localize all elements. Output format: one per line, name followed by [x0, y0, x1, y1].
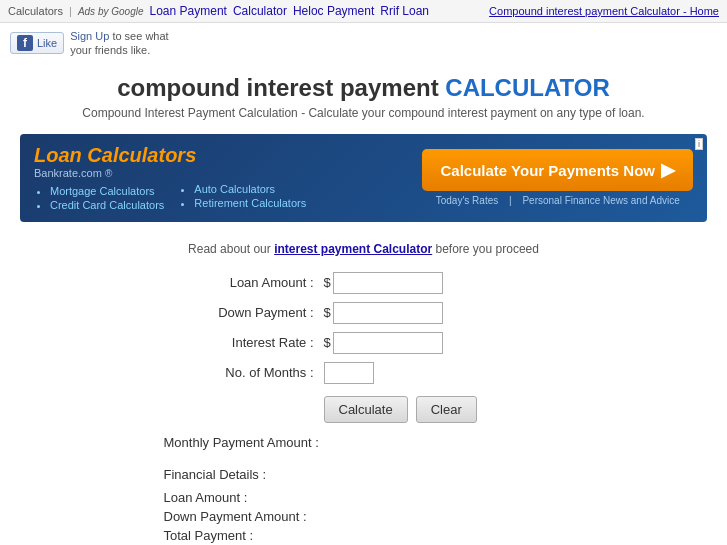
ad-cta-button[interactable]: Calculate Your Payments Now ▶ — [422, 149, 693, 191]
nav-link-rrif[interactable]: Rrif Loan — [380, 4, 429, 18]
loan-amount-input[interactable] — [333, 272, 443, 294]
nav-link-heloc[interactable]: Heloc Payment — [293, 4, 374, 18]
interest-rate-label: Interest Rate : — [164, 335, 324, 350]
loan-amount-currency: $ — [324, 275, 331, 290]
nav-link-loan-payment[interactable]: Loan Payment — [150, 4, 227, 18]
monthly-payment-label: Monthly Payment Amount : — [164, 435, 384, 450]
loan-amount-label: Loan Amount : — [164, 275, 324, 290]
title-part1: compound interest payment — [117, 74, 445, 101]
down-payment-row: Down Payment : $ — [164, 302, 564, 324]
interest-rate-input[interactable] — [333, 332, 443, 354]
nav-home-link[interactable]: Compound interest payment Calculator - H… — [489, 5, 719, 17]
interest-rate-currency: $ — [324, 335, 331, 350]
fb-like-section: f Like Sign Up to see what your friends … — [10, 29, 190, 58]
page-title: compound interest payment CALCULATOR — [20, 74, 707, 102]
months-input[interactable] — [324, 362, 374, 384]
ad-sub-line2: Personal Finance News and Advice — [522, 195, 679, 206]
down-payment-currency: $ — [324, 305, 331, 320]
ad-brand: Bankrate.com ® — [34, 167, 309, 179]
ad-sub-sep: | — [509, 195, 512, 206]
fd-down-payment-label: Down Payment Amount : — [164, 509, 384, 524]
title-part2: CALCULATOR — [445, 74, 609, 101]
calc-info-text: Read about our interest payment Calculat… — [30, 242, 697, 256]
section-divider — [164, 458, 564, 459]
fd-down-payment-row: Down Payment Amount : — [164, 509, 564, 524]
ad-banner-right: Calculate Your Payments Now ▶ Today's Ra… — [422, 149, 693, 206]
financial-details-header-row: Financial Details : — [164, 467, 564, 486]
btn-row: Calculate Clear — [164, 396, 564, 423]
financial-details-label: Financial Details : — [164, 467, 267, 482]
ad-link-retirement: Retirement Calculators — [194, 197, 308, 209]
clear-button[interactable]: Clear — [416, 396, 477, 423]
calc-info-link[interactable]: interest payment Calculator — [274, 242, 432, 256]
fd-total-payment-row: Total Payment : — [164, 528, 564, 543]
ad-tag: i — [695, 138, 703, 150]
main-header: compound interest payment CALCULATOR Com… — [0, 64, 727, 124]
ad-banner: Loan Calculators Bankrate.com ® Mortgage… — [20, 134, 707, 222]
ad-sub-line1: Today's Rates — [436, 195, 499, 206]
ad-banner-left: Loan Calculators Bankrate.com ® Mortgage… — [34, 144, 309, 212]
calc-form: Loan Amount : $ Down Payment : $ Interes… — [164, 272, 564, 545]
nav-home-link-container: Compound interest payment Calculator - H… — [489, 4, 719, 18]
loan-amount-row: Loan Amount : $ — [164, 272, 564, 294]
ad-link-mortgage: Mortgage Calculators — [50, 185, 164, 197]
monthly-payment-row: Monthly Payment Amount : — [164, 435, 564, 450]
ad-title-italic: Calculators — [87, 144, 196, 166]
months-label: No. of Months : — [164, 365, 324, 380]
fb-signup-text: Sign Up to see what your friends like. — [70, 29, 190, 58]
ad-sub-links: Today's Rates | Personal Finance News an… — [432, 195, 684, 206]
interest-rate-row: Interest Rate : $ — [164, 332, 564, 354]
calc-info-after: before you proceed — [432, 242, 539, 256]
nav-separator: | — [69, 5, 72, 17]
calc-info-before: Read about our — [188, 242, 274, 256]
fb-like-label: Like — [37, 37, 57, 49]
ad-link-auto: Auto Calculators — [194, 183, 308, 195]
fb-like-button[interactable]: f Like — [10, 32, 64, 54]
down-payment-input[interactable] — [333, 302, 443, 324]
top-nav: Calculators | Ads by Google Loan Payment… — [0, 0, 727, 23]
ad-title: Loan Calculators — [34, 144, 309, 167]
fb-bar: f Like Sign Up to see what your friends … — [0, 23, 727, 64]
fd-total-payment-label: Total Payment : — [164, 528, 384, 543]
calc-section: Read about our interest payment Calculat… — [0, 232, 727, 545]
ad-cta-label: Calculate Your Payments Now — [440, 162, 655, 179]
ad-links: Mortgage Calculators Credit Card Calcula… — [34, 183, 309, 212]
fd-loan-amount-row: Loan Amount : — [164, 490, 564, 505]
nav-ad-label: Ads by Google — [78, 6, 144, 17]
down-payment-label: Down Payment : — [164, 305, 324, 320]
page-subtitle: Compound Interest Payment Calculation - … — [20, 106, 707, 120]
fb-signup-link[interactable]: Sign Up — [70, 30, 109, 42]
ad-cta-arrow: ▶ — [661, 159, 675, 181]
ad-link-credit: Credit Card Calculators — [50, 199, 164, 211]
calculate-button[interactable]: Calculate — [324, 396, 408, 423]
nav-link-calculator[interactable]: Calculator — [233, 4, 287, 18]
ad-title-normal: Loan — [34, 144, 87, 166]
facebook-icon: f — [17, 35, 33, 51]
nav-calculators-label: Calculators — [8, 5, 63, 17]
fd-loan-amount-label: Loan Amount : — [164, 490, 384, 505]
months-row: No. of Months : — [164, 362, 564, 384]
